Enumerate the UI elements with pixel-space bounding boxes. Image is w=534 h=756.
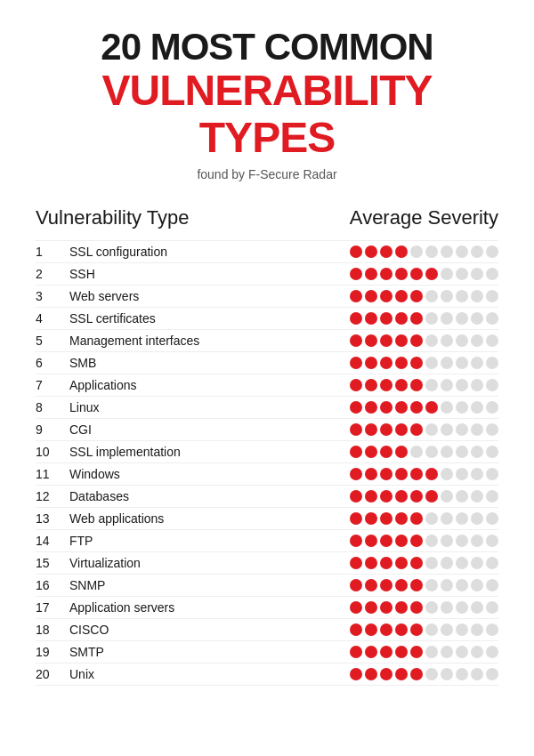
empty-dot (425, 446, 438, 458)
empty-dot (456, 379, 468, 391)
empty-dot (441, 601, 453, 614)
empty-dot (471, 535, 483, 547)
row-vuln-name: Windows (62, 467, 303, 481)
empty-dot (471, 623, 483, 636)
empty-dot (456, 490, 468, 503)
severity-dots (303, 646, 498, 658)
empty-dot (425, 312, 438, 325)
empty-dot (425, 601, 438, 614)
filled-dot (380, 601, 392, 614)
severity-dots (303, 401, 498, 414)
filled-dot (380, 668, 392, 680)
row-number: 12 (36, 489, 62, 503)
filled-dot (365, 579, 377, 591)
filled-dot (380, 334, 392, 347)
filled-dot (380, 623, 392, 636)
table-row: 12Databases (36, 485, 498, 507)
empty-dot (425, 646, 438, 658)
filled-dot (395, 423, 408, 436)
empty-dot (456, 646, 468, 658)
row-number: 3 (36, 289, 62, 303)
row-number: 4 (36, 311, 62, 326)
empty-dot (456, 423, 468, 436)
filled-dot (395, 535, 408, 547)
severity-dots (303, 557, 498, 569)
filled-dot (365, 379, 377, 391)
empty-dot (441, 379, 453, 391)
empty-dot (486, 668, 498, 680)
empty-dot (425, 535, 438, 547)
row-vuln-name: Unix (62, 667, 303, 681)
filled-dot (395, 668, 408, 680)
severity-dots (303, 290, 498, 302)
subtitle: found by F-Secure Radar (36, 167, 498, 181)
severity-dots (303, 468, 498, 480)
empty-dot (471, 468, 483, 480)
filled-dot (350, 490, 362, 503)
empty-dot (456, 557, 468, 569)
empty-dot (410, 446, 423, 458)
empty-dot (456, 245, 468, 258)
severity-dots (303, 601, 498, 614)
empty-dot (456, 512, 468, 525)
table-row: 4SSL certificates (36, 307, 498, 329)
filled-dot (365, 512, 377, 525)
filled-dot (350, 579, 362, 591)
empty-dot (456, 357, 468, 369)
empty-dot (456, 601, 468, 614)
empty-dot (486, 512, 498, 525)
empty-dot (456, 312, 468, 325)
empty-dot (456, 290, 468, 302)
empty-dot (471, 646, 483, 658)
title-bottom: VULNERABILITY TYPES (36, 68, 498, 162)
empty-dot (471, 357, 483, 369)
empty-dot (441, 290, 453, 302)
filled-dot (395, 312, 408, 325)
empty-dot (486, 623, 498, 636)
severity-column-header: Average Severity (303, 206, 498, 229)
severity-dots (303, 668, 498, 680)
filled-dot (350, 623, 362, 636)
filled-dot (365, 446, 377, 458)
empty-dot (410, 245, 423, 258)
filled-dot (380, 379, 392, 391)
empty-dot (425, 334, 438, 347)
empty-dot (486, 245, 498, 258)
empty-dot (441, 423, 453, 436)
row-number: 20 (36, 667, 62, 681)
filled-dot (350, 401, 362, 414)
empty-dot (456, 334, 468, 347)
row-vuln-name: SSL certificates (62, 311, 303, 326)
filled-dot (350, 646, 362, 658)
table-row: 5Management interfaces (36, 329, 498, 351)
filled-dot (365, 646, 377, 658)
empty-dot (441, 446, 453, 458)
empty-dot (456, 668, 468, 680)
filled-dot (425, 468, 438, 480)
empty-dot (486, 446, 498, 458)
table-row: 14FTP (36, 529, 498, 551)
row-number: 5 (36, 334, 62, 348)
row-number: 14 (36, 534, 62, 548)
empty-dot (425, 379, 438, 391)
empty-dot (486, 579, 498, 591)
filled-dot (365, 557, 377, 569)
empty-dot (441, 334, 453, 347)
filled-dot (395, 557, 408, 569)
filled-dot (350, 557, 362, 569)
filled-dot (425, 268, 438, 280)
table-row: 6SMB (36, 351, 498, 374)
empty-dot (471, 401, 483, 414)
empty-dot (471, 601, 483, 614)
filled-dot (365, 490, 377, 503)
filled-dot (410, 512, 423, 525)
table-row: 9CGI (36, 418, 498, 440)
row-vuln-name: SMB (62, 356, 303, 370)
filled-dot (410, 579, 423, 591)
row-vuln-name: CGI (62, 422, 303, 437)
filled-dot (410, 312, 423, 325)
empty-dot (441, 557, 453, 569)
filled-dot (410, 646, 423, 658)
empty-dot (456, 579, 468, 591)
empty-dot (471, 268, 483, 280)
